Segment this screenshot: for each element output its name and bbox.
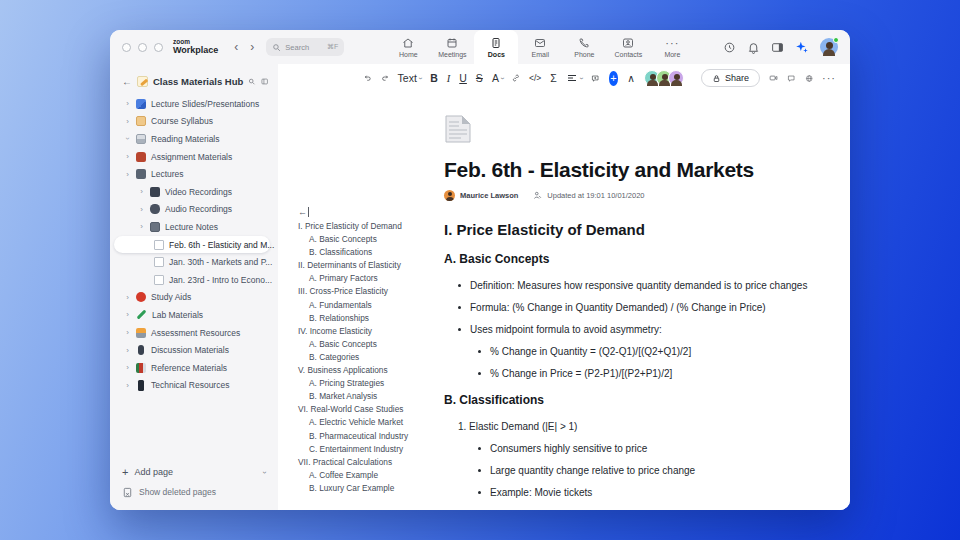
sidebar-item-reading-materials[interactable]: ›Reading Materials xyxy=(110,130,278,148)
doc-bullet[interactable]: Definition: Measures how responsive quan… xyxy=(444,280,820,291)
tab-docs[interactable]: Docs xyxy=(474,30,518,64)
doc-subheading[interactable]: B. Classifications xyxy=(444,393,820,407)
collapse-outline-icon[interactable]: ← xyxy=(298,207,309,217)
minimize-window-button[interactable] xyxy=(138,43,147,52)
forward-button[interactable]: › xyxy=(244,30,260,64)
chevron-right-icon[interactable]: › xyxy=(124,381,131,390)
outline-item[interactable]: I. Price Elasticity of Demand xyxy=(298,220,436,233)
sidebar-item-lecture-slides[interactable]: ›Lecture Slides/Presentations xyxy=(110,95,278,113)
add-comment-icon[interactable] xyxy=(591,72,599,85)
doc-numbered-item[interactable]: 1. Elastic Demand (|E| > 1) xyxy=(444,421,820,432)
text-style-dropdown[interactable]: Text› xyxy=(398,72,422,84)
sidebar-item-reference-materials[interactable]: ›Reference Materials xyxy=(110,359,278,377)
outline-item[interactable]: II. Determinants of Elasticity xyxy=(298,259,436,272)
sidebar-item-audio-recordings[interactable]: ›Audio Recordings xyxy=(110,201,278,219)
outline-item[interactable]: B. Luxury Car Example xyxy=(298,482,436,495)
sidebar-back-button[interactable]: ← xyxy=(122,76,132,87)
document-body[interactable]: Feb. 6th - Elasticity and Markets Mauric… xyxy=(436,88,850,510)
sidebar-item-lecture-notes[interactable]: ›Lecture Notes xyxy=(110,218,278,236)
chevron-right-icon[interactable]: › xyxy=(124,346,131,355)
doc-bullet[interactable]: % Change in Quantity = (Q2-Q1)/[(Q2+Q1)/… xyxy=(444,346,820,357)
chevron-right-icon[interactable]: › xyxy=(124,310,131,319)
tab-phone[interactable]: Phone xyxy=(562,30,606,64)
chevron-right-icon[interactable]: › xyxy=(138,205,145,214)
sidebar-item-lectures[interactable]: ›Lectures xyxy=(110,165,278,183)
chevron-right-icon[interactable]: › xyxy=(124,99,131,108)
chevron-right-icon[interactable]: › xyxy=(124,170,131,179)
collapse-toolbar-button[interactable]: ∧ xyxy=(627,72,635,84)
list-format-dropdown[interactable]: › xyxy=(566,72,582,84)
redo-icon[interactable] xyxy=(381,72,389,84)
sidebar-item-technical-resources[interactable]: ›Technical Resources xyxy=(110,377,278,395)
doc-numbered-item[interactable]: 2. Inelastic Demand (|E| < 1) xyxy=(444,509,820,510)
tab-email[interactable]: Email xyxy=(518,30,562,64)
text-color-button[interactable]: A› xyxy=(492,72,503,84)
zoom-window-button[interactable] xyxy=(154,43,163,52)
comment-icon[interactable] xyxy=(787,72,795,85)
outline-item[interactable]: B. Classifications xyxy=(298,246,436,259)
doc-subheading[interactable]: A. Basic Concepts xyxy=(444,252,820,266)
doc-bullet[interactable]: Formula: (% Change in Quantity Demanded)… xyxy=(444,302,820,313)
doc-title[interactable]: Feb. 6th - Elasticity and Markets xyxy=(444,158,820,182)
search-icon[interactable] xyxy=(248,76,255,87)
tab-home[interactable]: Home xyxy=(386,30,430,64)
doc-heading[interactable]: I. Price Elasticity of Demand xyxy=(444,221,820,238)
share-button[interactable]: Share xyxy=(701,69,760,87)
strikethrough-button[interactable]: S xyxy=(476,72,483,84)
underline-button[interactable]: U xyxy=(459,72,467,84)
show-deleted-pages-button[interactable]: Show deleted pages xyxy=(122,482,266,502)
notifications-bell-icon[interactable] xyxy=(747,41,760,54)
history-icon[interactable] xyxy=(723,41,736,54)
chevron-right-icon[interactable]: › xyxy=(124,328,131,337)
outline-item[interactable]: A. Pricing Strategies xyxy=(298,377,436,390)
ai-sparkle-icon[interactable] xyxy=(795,40,809,54)
back-button[interactable]: ‹ xyxy=(228,30,244,64)
link-icon[interactable] xyxy=(512,72,520,84)
chevron-right-icon[interactable]: › xyxy=(138,222,145,231)
outline-item[interactable]: A. Basic Concepts xyxy=(298,338,436,351)
outline-item[interactable]: A. Fundamentals xyxy=(298,299,436,312)
sidebar-item-assignment-materials[interactable]: ›Assignment Materials xyxy=(110,148,278,166)
outline-item[interactable]: A. Basic Concepts xyxy=(298,233,436,246)
sidebar-item-lab-materials[interactable]: ›Lab Materials xyxy=(110,306,278,324)
outline-item[interactable]: A. Coffee Example xyxy=(298,469,436,482)
chevron-right-icon[interactable]: › xyxy=(124,293,131,302)
tab-more[interactable]: ··· More xyxy=(650,30,694,64)
code-button[interactable]: </> xyxy=(529,73,541,83)
more-options-icon[interactable]: ··· xyxy=(822,72,836,84)
doc-bullet[interactable]: % Change in Price = (P2-P1)/[(P2+P1)/2] xyxy=(444,368,820,379)
outline-item[interactable]: B. Market Analysis xyxy=(298,390,436,403)
outline-item[interactable]: B. Pharmaceutical Industry xyxy=(298,430,436,443)
tab-meetings[interactable]: Meetings xyxy=(430,30,474,64)
global-search-input[interactable]: Search ⌘F xyxy=(266,38,344,56)
chevron-down-icon[interactable]: › xyxy=(124,134,131,143)
ai-companion-button[interactable]: + xyxy=(609,71,619,86)
outline-item[interactable]: B. Relationships xyxy=(298,312,436,325)
doc-bullet[interactable]: Uses midpoint formula to avoid asymmetry… xyxy=(444,324,820,335)
outline-item[interactable]: V. Business Applications xyxy=(298,364,436,377)
italic-button[interactable]: I xyxy=(447,73,451,84)
bold-button[interactable]: B xyxy=(430,72,438,84)
user-avatar[interactable] xyxy=(820,38,838,56)
doc-bullet[interactable]: Example: Movie tickets xyxy=(444,487,820,498)
chevron-right-icon[interactable]: › xyxy=(124,117,131,126)
video-camera-icon[interactable] xyxy=(769,71,778,85)
sidebar-item-video-recordings[interactable]: ›Video Recordings xyxy=(110,183,278,201)
doc-bullet[interactable]: Consumers highly sensitive to price xyxy=(444,443,820,454)
sidebar-item-study-aids[interactable]: ›Study Aids xyxy=(110,289,278,307)
sidebar-item-feb-6th-doc[interactable]: Feb. 6th - Elasticity and M... xyxy=(114,236,270,254)
doc-bullet[interactable]: Large quantity change relative to price … xyxy=(444,465,820,476)
outline-item[interactable]: VI. Real-World Case Studies xyxy=(298,403,436,416)
chevron-right-icon[interactable]: › xyxy=(138,187,145,196)
collaborator-avatar[interactable] xyxy=(668,70,684,86)
sidebar-item-jan-23rd-doc[interactable]: Jan. 23rd - Intro to Econo... xyxy=(110,271,278,289)
sidebar-item-jan-30th-doc[interactable]: Jan. 30th - Markets and P... xyxy=(110,253,278,271)
add-page-button[interactable]: + Add page › xyxy=(122,462,266,482)
globe-icon[interactable] xyxy=(805,72,813,85)
outline-item[interactable]: C. Entertainment Industry xyxy=(298,443,436,456)
chevron-down-icon[interactable]: › xyxy=(263,468,266,477)
panel-toggle-icon[interactable] xyxy=(771,41,784,54)
sidebar-item-course-syllabus[interactable]: ›Course Syllabus xyxy=(110,113,278,131)
tab-contacts[interactable]: Contacts xyxy=(606,30,650,64)
collapse-sidebar-icon[interactable] xyxy=(261,76,268,87)
